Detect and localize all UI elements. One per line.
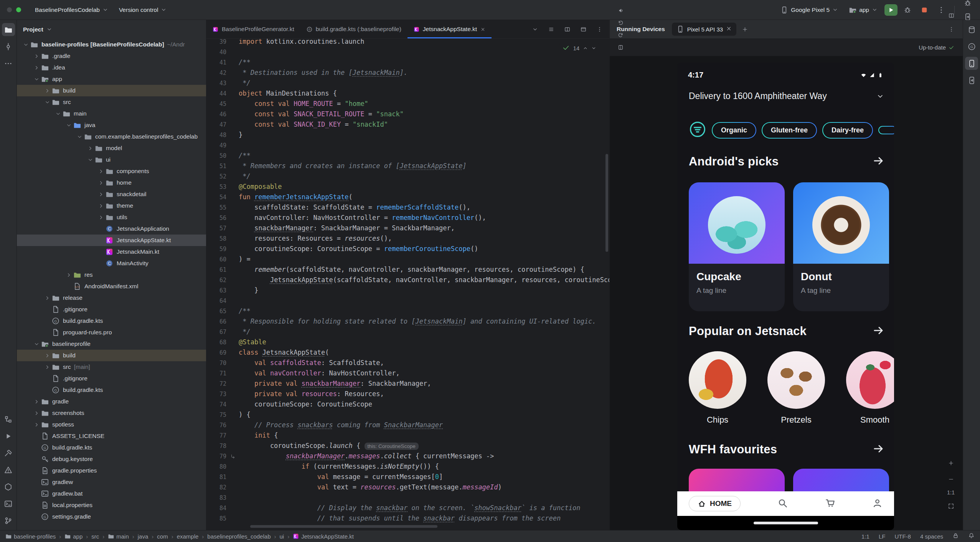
- code-line[interactable]: 53@Composable: [206, 182, 609, 192]
- breadcrumb-app[interactable]: app: [64, 533, 82, 540]
- code-line[interactable]: 72 private val snackbarManager: Snackbar…: [206, 378, 609, 389]
- tree-item-snackdetail[interactable]: snackdetail: [17, 188, 206, 200]
- code-line[interactable]: 42 * Destinations used in the [JetsnackM…: [206, 68, 609, 78]
- vcs-widget[interactable]: Version control: [115, 4, 171, 16]
- add-device-button[interactable]: [738, 22, 752, 36]
- stripe-running-devices-button[interactable]: [965, 57, 978, 70]
- home-indicator[interactable]: [754, 522, 818, 524]
- code-area[interactable]: 39import kotlinx.coroutines.launch4041/*…: [206, 39, 609, 524]
- tab-control-list-button[interactable]: [544, 22, 558, 36]
- tree-item-jetsnackmain-kt[interactable]: JetsnackMain.kt: [17, 246, 206, 258]
- tree-item-components[interactable]: components: [17, 165, 206, 177]
- stripe-commit-button[interactable]: [2, 40, 15, 53]
- code-line[interactable]: 61 remember(scaffoldState, navController…: [206, 264, 609, 275]
- code-line[interactable]: 73 private val resources: Resources,: [206, 389, 609, 399]
- collapse-icon[interactable]: [21, 42, 30, 48]
- device-volume-down-button[interactable]: [614, 5, 627, 17]
- picks-more-button[interactable]: [873, 155, 885, 169]
- filter-chip-organic[interactable]: Organic: [712, 122, 756, 139]
- stripe-device-manager-button[interactable]: [965, 74, 978, 87]
- tree-item-baselineprofile[interactable]: baselineprofile: [17, 338, 206, 350]
- window-close-button[interactable]: [7, 7, 12, 12]
- expand-icon[interactable]: [97, 169, 105, 174]
- collapse-icon[interactable]: [75, 134, 84, 140]
- expand-icon[interactable]: [43, 88, 51, 94]
- indent-size[interactable]: 4 spaces: [920, 533, 943, 540]
- breadcrumb-java[interactable]: java: [138, 533, 148, 540]
- code-line[interactable]: 60) =: [206, 254, 609, 264]
- breadcrumb-com[interactable]: com: [157, 533, 168, 540]
- snack-item-pretzels[interactable]: Pretzels: [767, 351, 825, 425]
- bug-report-button[interactable]: [961, 0, 975, 10]
- tree-item-com-example-baselineprofiles-codelab[interactable]: com.example.baselineprofiles_codelab: [17, 131, 206, 142]
- expand-icon[interactable]: [64, 272, 73, 278]
- snack-item-smooth[interactable]: Smooth: [846, 351, 894, 425]
- code-line[interactable]: 65/**: [206, 306, 609, 316]
- tree-item-home[interactable]: home: [17, 177, 206, 188]
- tree-item-model[interactable]: model: [17, 142, 206, 154]
- tree-item-local-properties[interactable]: local.properties: [17, 499, 206, 511]
- code-line[interactable]: 84 // Display the snackbar on the screen…: [206, 503, 609, 513]
- expand-icon[interactable]: [32, 399, 41, 405]
- collapse-icon[interactable]: [43, 99, 51, 105]
- file-encoding[interactable]: UTF-8: [894, 533, 911, 540]
- zoom-fit-button[interactable]: [945, 500, 957, 512]
- tree-item-theme[interactable]: theme: [17, 200, 206, 212]
- filter-chip-gluten-free[interactable]: Gluten-free: [762, 122, 817, 139]
- code-line[interactable]: 71 val navController: NavHostController,: [206, 368, 609, 378]
- code-line[interactable]: 47 const val SNACK_ID_KEY = "snackId": [206, 119, 609, 130]
- tree-item-gitignore[interactable]: .gitignore: [17, 373, 206, 384]
- caret-position[interactable]: 1:1: [861, 533, 869, 540]
- device-fold-button[interactable]: [614, 41, 627, 54]
- readonly-lock-icon[interactable]: [952, 532, 959, 540]
- popular-more-button[interactable]: [873, 324, 885, 338]
- device-rotate-right-button[interactable]: [614, 29, 627, 41]
- expand-icon[interactable]: [43, 364, 51, 370]
- tree-item-debug-keystore[interactable]: debug.keystore: [17, 453, 206, 465]
- device-rotate-left-button[interactable]: [614, 17, 627, 29]
- stripe-version-control-button[interactable]: [2, 514, 15, 527]
- stripe-services-button[interactable]: [2, 480, 15, 493]
- tree-item-src[interactable]: src: [17, 96, 206, 108]
- collapse-icon[interactable]: [54, 111, 62, 117]
- code-line[interactable]: 43 */: [206, 78, 609, 88]
- code-line[interactable]: 83: [206, 492, 609, 503]
- tab-control-split-button[interactable]: [560, 22, 574, 36]
- expand-icon[interactable]: [32, 65, 41, 71]
- tree-item-baseline-profiles-baselineprofilescodelab[interactable]: baseline-profiles [BaselineProfilesCodel…: [17, 39, 206, 50]
- tree-item-utils[interactable]: utils: [17, 212, 206, 223]
- expand-icon[interactable]: [97, 203, 105, 209]
- tree-item-spotless[interactable]: spotless: [17, 419, 206, 430]
- stripe-gradle-button[interactable]: G: [965, 40, 978, 53]
- nav-profile-button[interactable]: [872, 498, 883, 509]
- tree-item-build-gradle-kts[interactable]: Gbuild.gradle.kts: [17, 442, 206, 453]
- line-ending[interactable]: LF: [879, 533, 886, 540]
- zoom-out-button[interactable]: [945, 473, 957, 485]
- breadcrumb-main[interactable]: main: [108, 533, 129, 540]
- tree-item-proguard-rules-pro[interactable]: proguard-rules.pro: [17, 327, 206, 338]
- tree-item-app[interactable]: app: [17, 73, 206, 85]
- filters-button[interactable]: [689, 121, 706, 140]
- editor-tab-build-gradle-kts-baselineprofile[interactable]: Gbuild.gradle.kts (:baselineprofile): [300, 20, 408, 38]
- code-line[interactable]: 81 val message = currentMessages[0]: [206, 472, 609, 482]
- code-line[interactable]: 56 navController: NavHostController = re…: [206, 213, 609, 223]
- code-line[interactable]: 55 scaffoldState: ScaffoldState = rememb…: [206, 202, 609, 213]
- expand-icon[interactable]: [32, 53, 41, 59]
- tree-item-src[interactable]: src[main]: [17, 361, 206, 373]
- collapse-icon[interactable]: [32, 341, 41, 347]
- device-tab[interactable]: Pixel 5 API 33: [672, 23, 736, 36]
- code-line[interactable]: 54fun rememberJetsnackAppState(: [206, 192, 609, 202]
- wfh-more-button[interactable]: [873, 443, 885, 456]
- tab-control-window-button[interactable]: [576, 22, 590, 36]
- stripe-more-button[interactable]: [2, 57, 15, 70]
- editor-tab-baselineprofilegenerator-kt[interactable]: BaselineProfileGenerator.kt: [206, 20, 300, 38]
- code-line[interactable]: 52 */: [206, 171, 609, 182]
- nav-home-button[interactable]: HOME: [689, 496, 741, 511]
- code-line[interactable]: 76 // Process snackbars coming from Snac…: [206, 420, 609, 430]
- code-line[interactable]: 80 if (currentMessages.isNotEmpty()) {: [206, 461, 609, 472]
- tree-item-gradlew-bat[interactable]: gradlew.bat: [17, 488, 206, 499]
- code-line[interactable]: 62 JetsnackAppState(scaffoldState, navCo…: [206, 275, 609, 285]
- code-line[interactable]: 63 }: [206, 285, 609, 296]
- stripe-terminal-button[interactable]: [2, 497, 15, 510]
- code-line[interactable]: 59 coroutineScope: CoroutineScope = reme…: [206, 244, 609, 254]
